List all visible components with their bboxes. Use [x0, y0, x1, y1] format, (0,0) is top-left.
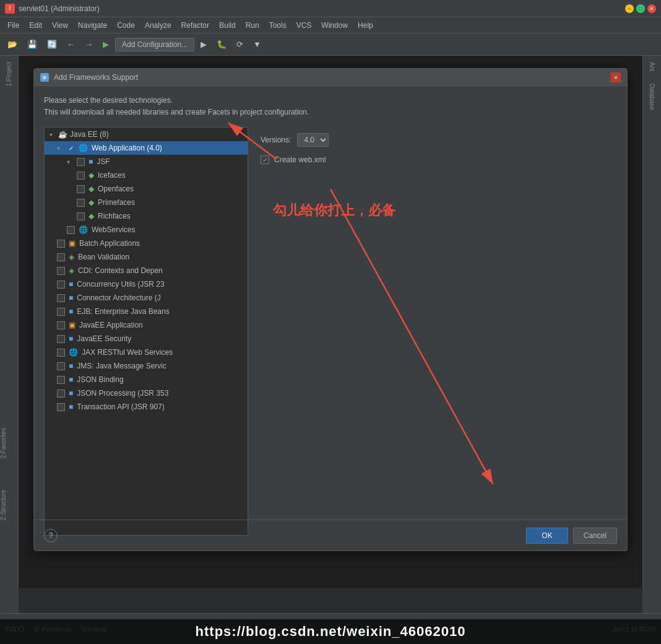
category-javaee[interactable]: ▾ ☕ Java EE (8) — [45, 128, 248, 141]
add-config-button[interactable]: Add Configuration... — [115, 38, 194, 51]
item-batch-applications[interactable]: ▣ Batch Applications — [45, 237, 248, 250]
jms-label: JMS: Java Message Servic — [77, 362, 166, 370]
item-javaee-security[interactable]: ■ JavaEE Security — [45, 332, 248, 346]
openfaces-label: Openfaces — [98, 185, 134, 193]
minimize-button[interactable]: − — [625, 4, 634, 13]
jax-checkbox[interactable] — [57, 349, 65, 357]
menu-vcs[interactable]: VCS — [292, 20, 317, 31]
close-button[interactable]: × — [647, 4, 656, 13]
item-icefaces[interactable]: ◆ Icefaces — [45, 168, 248, 182]
javaee-security-checkbox[interactable] — [57, 335, 65, 343]
web-app-icon: 🌐 — [79, 144, 88, 152]
json-processing-checkbox[interactable] — [57, 389, 65, 398]
footer-buttons: OK Cancel — [526, 528, 617, 544]
help-button[interactable]: ? — [44, 529, 58, 542]
cancel-button[interactable]: Cancel — [573, 528, 617, 544]
menu-view[interactable]: View — [47, 20, 73, 31]
item-bean-validation[interactable]: ◈ Bean Validation — [45, 250, 248, 264]
batch-label: Batch Applications — [79, 239, 140, 248]
item-ejb[interactable]: ■ EJB: Enterprise Java Beans — [45, 305, 248, 318]
json-processing-label: JSON Processing (JSR 353 — [77, 389, 168, 398]
item-transaction[interactable]: ■ Transaction API (JSR 907) — [45, 400, 248, 414]
version-select[interactable]: 4.0 3.1 3.0 — [297, 133, 329, 147]
item-jsf[interactable]: ▾ ■ JSF — [45, 155, 248, 168]
item-concurrency[interactable]: ■ Concurrency Utils (JSR 23 — [45, 277, 248, 291]
richfaces-checkbox[interactable] — [77, 212, 85, 220]
json-binding-checkbox[interactable] — [57, 376, 65, 384]
window-controls[interactable]: − □ × — [625, 4, 656, 13]
menu-edit[interactable]: Edit — [24, 20, 47, 31]
concurrency-checkbox[interactable] — [57, 281, 65, 289]
menu-code[interactable]: Code — [112, 20, 140, 31]
connector-label: Connector Architecture (J — [77, 294, 160, 302]
jsf-checkbox[interactable] — [77, 158, 85, 166]
primefaces-checkbox[interactable] — [77, 199, 85, 207]
sidebar-project-label[interactable]: 1:Project — [6, 62, 12, 86]
menu-tools[interactable]: Tools — [264, 20, 292, 31]
menu-help[interactable]: Help — [353, 20, 378, 31]
toolbar-run-green[interactable]: ▶ — [99, 38, 113, 50]
cdi-checkbox[interactable] — [57, 267, 65, 275]
connector-checkbox[interactable] — [57, 294, 65, 302]
add-frameworks-dialog: ⊕ Add Frameworks Support × Please select… — [33, 68, 628, 551]
menu-analyze[interactable]: Analyze — [140, 20, 176, 31]
bean-validation-checkbox[interactable] — [57, 253, 65, 261]
menu-navigate[interactable]: Navigate — [73, 20, 112, 31]
item-web-application[interactable]: ▾ ✓ 🌐 Web Application (4.0) — [45, 141, 248, 155]
terminal-label[interactable]: Terminal — [80, 625, 106, 633]
icefaces-label: Icefaces — [98, 171, 126, 180]
item-webservices[interactable]: 🌐 WebServices — [45, 223, 248, 237]
framework-list[interactable]: ▾ ☕ Java EE (8) ▾ ✓ 🌐 Web Application (4… — [44, 127, 248, 536]
sidebar-database[interactable]: Database — [649, 84, 655, 110]
create-xml-checkbox[interactable]: ✓ — [261, 155, 269, 164]
toolbar-play[interactable]: ▶ — [197, 38, 210, 50]
item-cdi[interactable]: ◈ CDI: Contexts and Depen — [45, 264, 248, 277]
webservices-checkbox[interactable] — [67, 226, 75, 234]
web-app-checkbox[interactable]: ✓ — [67, 144, 75, 152]
item-jms[interactable]: ■ JMS: Java Message Servic — [45, 359, 248, 373]
icefaces-checkbox[interactable] — [77, 172, 85, 180]
toolbar-debug[interactable]: 🐛 — [213, 38, 230, 50]
ejb-checkbox[interactable] — [57, 308, 65, 316]
item-javaee-app[interactable]: ▣ JavaEE Application — [45, 318, 248, 332]
webservices-label: WebServices — [92, 225, 135, 234]
sidebar-ant[interactable]: Ant — [649, 62, 655, 71]
todo-label[interactable]: TODO — [5, 625, 25, 633]
toolbar-forward[interactable]: → — [81, 38, 97, 50]
javaee-app-checkbox[interactable] — [57, 321, 65, 329]
bottom-bar: TODO 6: Problems Terminal 264:1 of 972M — [0, 613, 661, 644]
primefaces-icon: ◆ — [89, 198, 94, 207]
toolbar-more2[interactable]: ▼ — [249, 38, 265, 50]
batch-checkbox[interactable] — [57, 240, 65, 248]
primefaces-label: Primefaces — [98, 198, 135, 207]
item-connector[interactable]: ■ Connector Architecture (J — [45, 291, 248, 305]
openfaces-checkbox[interactable] — [77, 185, 85, 193]
item-richfaces[interactable]: ◆ Richfaces — [45, 209, 248, 223]
dialog-close-button[interactable]: × — [611, 72, 621, 82]
transaction-checkbox[interactable] — [57, 403, 65, 411]
ok-button[interactable]: OK — [526, 528, 568, 544]
menu-window[interactable]: Window — [316, 20, 353, 31]
sidebar-structure-label[interactable]: Z:Structure — [0, 490, 19, 520]
item-primefaces[interactable]: ◆ Primefaces — [45, 196, 248, 209]
toolbar-back[interactable]: ← — [63, 38, 79, 50]
menu-refactor[interactable]: Refactor — [176, 20, 214, 31]
maximize-button[interactable]: □ — [636, 4, 645, 13]
item-jax[interactable]: 🌐 JAX RESTful Web Services — [45, 346, 248, 359]
toolbar-more1[interactable]: ⟳ — [233, 38, 247, 50]
app-icon: I — [5, 4, 15, 14]
menu-build[interactable]: Build — [214, 20, 241, 31]
item-openfaces[interactable]: ◆ Openfaces — [45, 182, 248, 196]
toolbar-save[interactable]: 💾 — [24, 38, 41, 50]
menu-run[interactable]: Run — [241, 20, 264, 31]
toolbar-open[interactable]: 📂 — [4, 38, 21, 50]
toolbar-sync[interactable]: 🔄 — [43, 38, 61, 50]
item-json-binding[interactable]: ■ JSON Binding — [45, 373, 248, 386]
menu-file[interactable]: File — [2, 20, 24, 31]
category-label: Java EE (8) — [70, 130, 109, 139]
sidebar-favorites-label[interactable]: 2:Favorites — [0, 428, 19, 458]
item-json-processing[interactable]: ■ JSON Processing (JSR 353 — [45, 386, 248, 400]
versions-label: Versions: — [261, 136, 291, 144]
problems-label[interactable]: 6: Problems — [35, 625, 71, 633]
jms-checkbox[interactable] — [57, 362, 65, 370]
